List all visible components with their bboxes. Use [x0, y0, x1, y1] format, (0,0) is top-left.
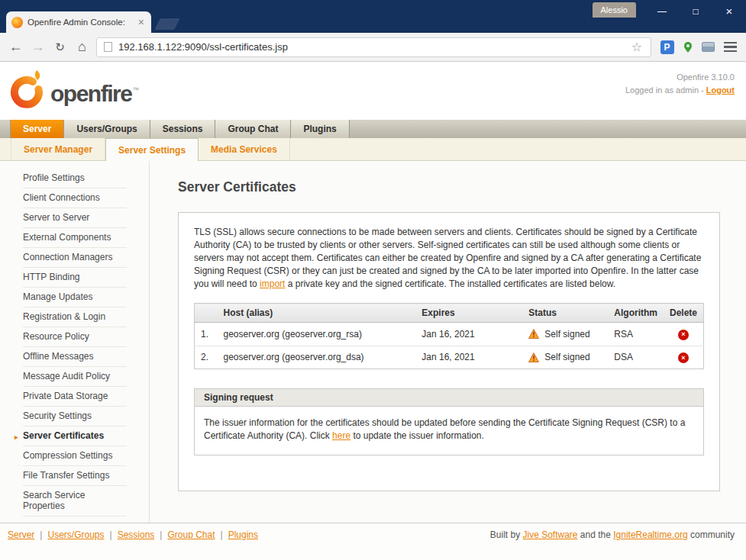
subtab-media-services[interactable]: Media Services	[199, 138, 290, 160]
delete-icon[interactable]: ×	[678, 330, 689, 340]
extension-p-button[interactable]: P	[657, 36, 677, 58]
bookmark-star-icon[interactable]: ☆	[630, 40, 644, 54]
sidebar-item-resource-policy[interactable]: Resource Policy	[23, 327, 127, 347]
logo-wordmark: openfire	[50, 81, 131, 106]
sidebar-item-client-connections[interactable]: Client Connections	[23, 188, 127, 208]
browser-window: Openfire Admin Console: × Alessio — □ × …	[0, 0, 746, 560]
here-link[interactable]: here	[332, 430, 350, 441]
sidebar-item-server-to-server[interactable]: Server to Server	[23, 208, 127, 228]
signing-request-body: The issuer information for the certifica…	[194, 407, 704, 455]
footer-credits: Built by Jive Software and the IgniteRea…	[490, 529, 735, 540]
sidebar-item-registration-login[interactable]: Registration & Login	[23, 307, 127, 327]
sidebar-item-external-components[interactable]: External Components	[23, 228, 127, 248]
page-icon	[104, 42, 112, 52]
url-text: 192.168.1.122:9090/ssl-certificates.jsp	[118, 41, 288, 53]
home-button[interactable]: ⌂	[71, 36, 93, 58]
card-icon	[702, 42, 715, 52]
sidebar-item-offline-messages[interactable]: Offline Messages	[23, 347, 127, 367]
community-text: community	[688, 529, 735, 540]
location-pin-icon	[682, 41, 694, 53]
footer-link-sessions[interactable]: Sessions	[118, 529, 155, 540]
openfire-flame-icon	[8, 70, 46, 111]
sidebar-item-server-certificates[interactable]: ▸Server Certificates	[23, 426, 127, 446]
row-number: 2.	[195, 346, 218, 369]
footer-separator: |	[221, 529, 223, 540]
signing-request-header: Signing request	[194, 388, 704, 407]
trademark-symbol: ™	[132, 86, 139, 94]
extension-card-button[interactable]	[698, 36, 719, 58]
sidebar: Profile Settings Client Connections Serv…	[0, 161, 150, 523]
footer-separator: |	[40, 529, 42, 540]
footer-links: Server | Users/Groups | Sessions | Group…	[8, 529, 258, 540]
certificates-table: Host (alias) Expires Status Algorithm De…	[194, 303, 704, 369]
cert-host[interactable]: geoserver.org (geoserver.org_dsa)	[218, 346, 416, 369]
subtab-server-settings[interactable]: Server Settings	[105, 138, 199, 161]
footer-link-users-groups[interactable]: Users/Groups	[47, 529, 104, 540]
table-header-row: Host (alias) Expires Status Algorithm De…	[195, 304, 704, 323]
sidebar-item-security-settings[interactable]: Security Settings	[23, 407, 127, 426]
maximize-button[interactable]: □	[679, 0, 712, 22]
header-delete: Delete	[664, 304, 704, 323]
tab-title: Openfire Admin Console:	[27, 18, 132, 27]
subtab-server-manager[interactable]: Server Manager	[11, 138, 105, 160]
footer-link-plugins[interactable]: Plugins	[228, 529, 258, 540]
back-icon: ←	[9, 39, 23, 55]
sidebar-item-file-transfer-settings[interactable]: File Transfer Settings	[23, 466, 127, 486]
page-title: Server Certificates	[178, 179, 720, 195]
main-content: Server Certificates TLS (SSL) allows sec…	[150, 161, 746, 523]
and-the-text: and the	[578, 529, 614, 540]
url-path: /ssl-certificates.jsp	[207, 41, 288, 53]
footer-link-group-chat[interactable]: Group Chat	[167, 529, 215, 540]
logo-text: openfire™	[50, 82, 139, 105]
igniterealtime-link[interactable]: IgniteRealtime.org	[613, 529, 687, 540]
openfire-header: openfire™ Openfire 3.10.0 Logged in as a…	[0, 62, 746, 120]
sidebar-item-message-audit-policy[interactable]: Message Audit Policy	[23, 367, 127, 387]
built-by-text: Built by	[490, 529, 523, 540]
header-host: Host (alias)	[218, 304, 416, 323]
sub-nav: Server Manager Server Settings Media Ser…	[0, 138, 746, 161]
tab-server[interactable]: Server	[10, 120, 64, 138]
header-num	[195, 304, 218, 323]
tab-users-groups[interactable]: Users/Groups	[64, 120, 150, 138]
tab-sessions[interactable]: Sessions	[150, 120, 216, 138]
logout-link[interactable]: Logout	[706, 85, 735, 95]
close-button[interactable]: ×	[712, 0, 746, 22]
tab-plugins[interactable]: Plugins	[291, 120, 349, 138]
openfire-logo: openfire™	[8, 70, 139, 111]
sidebar-item-connection-managers[interactable]: Connection Managers	[23, 248, 127, 268]
logged-in-line: Logged in as admin -Logout	[625, 84, 735, 97]
window-controls: — □ ×	[645, 0, 746, 22]
table-row: 1. geoserver.org (geoserver.org_rsa) Jan…	[195, 323, 704, 346]
sidebar-item-private-data-storage[interactable]: Private Data Storage	[23, 387, 127, 407]
active-item-arrow-icon: ▸	[15, 432, 18, 443]
browser-menu-button[interactable]	[719, 36, 741, 58]
tab-group-chat[interactable]: Group Chat	[215, 120, 291, 138]
import-link[interactable]: import	[260, 278, 285, 289]
extension-pin-button[interactable]	[677, 36, 698, 58]
sidebar-item-profile-settings[interactable]: Profile Settings	[23, 169, 127, 188]
signing-text-after: to update the issuer information.	[350, 430, 484, 441]
header-algorithm: Algorithm	[608, 304, 664, 323]
delete-icon[interactable]: ×	[678, 352, 689, 363]
back-button[interactable]: ←	[5, 36, 27, 58]
intro-paragraph: TLS (SSL) allows secure connections to b…	[194, 226, 704, 291]
footer-separator: |	[110, 529, 112, 540]
new-tab-button[interactable]	[154, 18, 179, 30]
browser-tab[interactable]: Openfire Admin Console: ×	[6, 11, 151, 33]
profile-badge[interactable]: Alessio	[593, 2, 636, 18]
tab-close-icon[interactable]: ×	[137, 17, 146, 27]
cert-host[interactable]: geoserver.org (geoserver.org_rsa)	[218, 323, 416, 346]
sidebar-item-search-service-properties[interactable]: Search Service Properties	[23, 486, 127, 517]
sidebar-item-http-binding[interactable]: HTTP Binding	[23, 268, 127, 288]
minimize-button[interactable]: —	[645, 0, 679, 22]
address-bar[interactable]: 192.168.1.122:9090/ssl-certificates.jsp …	[96, 37, 651, 57]
footer-link-server[interactable]: Server	[8, 529, 34, 540]
reload-button[interactable]: ↻	[49, 36, 71, 58]
titlebar: Openfire Admin Console: × Alessio — □ ×	[0, 0, 746, 33]
sidebar-item-compression-settings[interactable]: Compression Settings	[23, 446, 127, 466]
openfire-favicon-icon	[11, 17, 23, 28]
sidebar-item-manage-updates[interactable]: Manage Updates	[23, 288, 127, 307]
jive-software-link[interactable]: Jive Software	[523, 529, 578, 540]
forward-icon: →	[31, 39, 45, 55]
forward-button[interactable]: →	[27, 36, 49, 58]
